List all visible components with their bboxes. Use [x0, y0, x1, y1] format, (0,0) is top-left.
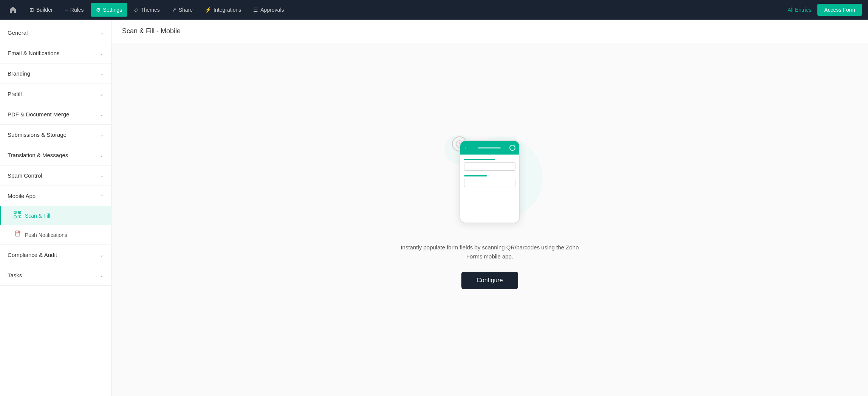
- phone-top-bar: ←: [460, 141, 519, 155]
- sidebar-section-general: General ⌄: [0, 23, 111, 43]
- sidebar-section-email-notifications: Email & Notifications ⌄: [0, 43, 111, 63]
- sidebar-section-header-email-notifications[interactable]: Email & Notifications ⌄: [0, 43, 111, 63]
- layout: General ⌄ Email & Notifications ⌄ Brandi…: [0, 20, 868, 396]
- svg-point-14: [18, 231, 20, 233]
- rules-icon: ≡: [65, 7, 68, 13]
- phone-frame: ←: [460, 140, 520, 223]
- phone-label-1: [464, 159, 495, 160]
- svg-rect-5: [15, 217, 15, 217]
- svg-rect-13: [16, 235, 18, 235]
- sidebar-section-submissions-storage: Submissions & Storage ⌄: [0, 125, 111, 145]
- phone-input-1: [464, 162, 515, 171]
- nav-builder[interactable]: ⊞ Builder: [24, 3, 58, 17]
- settings-icon: ⚙: [96, 7, 101, 13]
- sidebar-section-compliance-audit: Compliance & Audit ⌄: [0, 245, 111, 265]
- scan-fill-icon: [14, 211, 21, 220]
- phone-illustration: ←: [429, 133, 550, 231]
- builder-icon: ⊞: [29, 7, 34, 13]
- configure-button[interactable]: Configure: [461, 272, 518, 289]
- sidebar-section-header-branding[interactable]: Branding ⌄: [0, 63, 111, 84]
- sidebar-section-header-compliance-audit[interactable]: Compliance & Audit ⌄: [0, 245, 111, 265]
- sidebar-item-push-notifications[interactable]: Push Notifications: [0, 225, 111, 244]
- scan-fill-description: Instantly populate form fields by scanni…: [395, 243, 584, 261]
- nav-right: All Entries Access Form: [788, 4, 862, 16]
- page-title: Scan & Fill - Mobile: [122, 27, 857, 35]
- sidebar-item-scan-fill[interactable]: Scan & Fill: [0, 206, 111, 225]
- top-nav: ⊞ Builder ≡ Rules ⚙ Settings ◇ Themes ⤢ …: [0, 0, 868, 20]
- sidebar-section-pdf-document-merge: PDF & Document Merge ⌄: [0, 104, 111, 125]
- chevron-prefill: ⌄: [100, 91, 104, 97]
- nav-integrations[interactable]: ⚡ Integrations: [200, 3, 246, 17]
- svg-rect-12: [16, 234, 19, 234]
- chevron-pdf-document-merge: ⌄: [100, 112, 104, 117]
- chevron-submissions-storage: ⌄: [100, 132, 104, 138]
- page-header: Scan & Fill - Mobile: [111, 20, 868, 43]
- home-button[interactable]: [6, 3, 20, 17]
- phone-label-2: [464, 175, 487, 176]
- sidebar-section-header-translation-messages[interactable]: Translation & Messages ⌄: [0, 145, 111, 165]
- approvals-icon: ☰: [253, 7, 258, 13]
- sidebar-section-prefill: Prefill ⌄: [0, 84, 111, 104]
- integrations-icon: ⚡: [205, 7, 211, 13]
- sidebar-section-header-submissions-storage[interactable]: Submissions & Storage ⌄: [0, 125, 111, 145]
- sidebar-section-tasks: Tasks ⌄: [0, 265, 111, 286]
- phone-close-icon: [509, 145, 515, 151]
- nav-settings[interactable]: ⚙ Settings: [91, 3, 128, 17]
- svg-rect-3: [15, 212, 15, 213]
- svg-rect-4: [19, 212, 20, 213]
- sidebar-section-header-general[interactable]: General ⌄: [0, 23, 111, 43]
- sidebar-section-mobile-app: Mobile App ⌄: [0, 186, 111, 245]
- sidebar-section-branding: Branding ⌄: [0, 63, 111, 84]
- nav-rules[interactable]: ≡ Rules: [60, 3, 89, 17]
- chevron-email-notifications: ⌄: [100, 51, 104, 56]
- sidebar-section-header-spam-control[interactable]: Spam Control ⌄: [0, 166, 111, 186]
- chevron-translation-messages: ⌄: [100, 153, 104, 158]
- phone-back-icon: ←: [464, 145, 469, 151]
- phone-title-bar: [478, 147, 501, 148]
- sidebar-section-header-pdf-document-merge[interactable]: PDF & Document Merge ⌄: [0, 104, 111, 124]
- sidebar-section-translation-messages: Translation & Messages ⌄: [0, 145, 111, 166]
- chevron-compliance-audit: ⌄: [100, 252, 104, 258]
- chevron-general: ⌄: [100, 30, 104, 36]
- nav-share[interactable]: ⤢ Share: [167, 3, 198, 17]
- share-icon: ⤢: [172, 7, 176, 13]
- chevron-mobile-app: ⌄: [100, 193, 104, 199]
- sidebar-section-header-tasks[interactable]: Tasks ⌄: [0, 265, 111, 285]
- sidebar-section-spam-control: Spam Control ⌄: [0, 166, 111, 186]
- nav-approvals[interactable]: ☰ Approvals: [248, 3, 289, 17]
- scan-fill-container: ← Instantly populate form fields by scan…: [111, 43, 868, 379]
- access-form-button[interactable]: Access Form: [817, 4, 862, 16]
- chevron-branding: ⌄: [100, 71, 104, 76]
- chevron-spam-control: ⌄: [100, 173, 104, 178]
- push-notifications-icon: [14, 230, 21, 240]
- phone-body: [460, 155, 519, 192]
- phone-input-2: [464, 179, 515, 187]
- main-content: Scan & Fill - Mobile ←: [111, 20, 868, 396]
- all-entries-link[interactable]: All Entries: [788, 7, 811, 13]
- sidebar-section-header-prefill[interactable]: Prefill ⌄: [0, 84, 111, 104]
- chevron-tasks: ⌄: [100, 273, 104, 278]
- themes-icon: ◇: [134, 7, 138, 13]
- nav-themes[interactable]: ◇ Themes: [129, 3, 165, 17]
- sidebar-section-header-mobile-app[interactable]: Mobile App ⌄: [0, 186, 111, 206]
- sidebar: General ⌄ Email & Notifications ⌄ Brandi…: [0, 20, 111, 396]
